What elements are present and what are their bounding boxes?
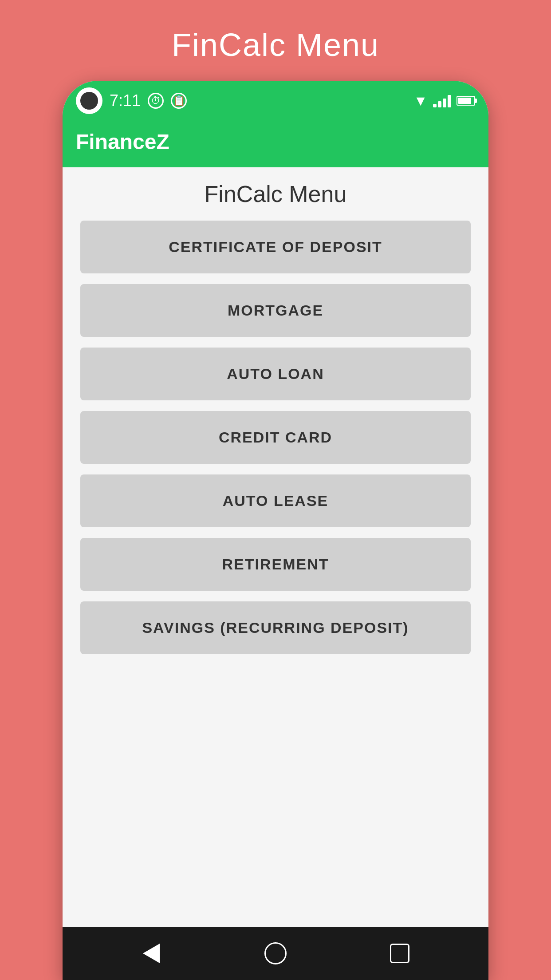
status-time: 7:11 (110, 91, 141, 110)
status-right: ▼ (413, 93, 475, 109)
battery-icon (457, 96, 475, 106)
mortgage-button[interactable]: MORTGAGE (80, 284, 471, 337)
home-button[interactable] (262, 940, 289, 967)
calendar-icon: 📋 (171, 93, 187, 109)
home-icon (264, 942, 287, 964)
certificate-of-deposit-button[interactable]: CERTIFICATE OF DEPOSIT (80, 221, 471, 273)
phone-frame: 7:11 ⏱ 📋 ▼ FinanceZ (63, 81, 488, 980)
recents-icon (390, 944, 409, 963)
auto-loan-button[interactable]: AUTO LOAN (80, 348, 471, 400)
auto-lease-button[interactable]: AUTO LEASE (80, 474, 471, 527)
app-bar: FinanceZ (63, 121, 488, 167)
page-title: FinCalc Menu (172, 27, 379, 63)
clock-icon: ⏱ (148, 93, 164, 109)
nav-bar (63, 927, 488, 980)
content-area: FinCalc Menu CERTIFICATE OF DEPOSIT MORT… (63, 167, 488, 927)
status-left: 7:11 ⏱ 📋 (76, 87, 187, 114)
credit-card-button[interactable]: CREDIT CARD (80, 411, 471, 464)
recents-button[interactable] (386, 940, 413, 967)
retirement-button[interactable]: RETIREMENT (80, 538, 471, 591)
content-heading: FinCalc Menu (205, 181, 347, 207)
avatar (76, 87, 102, 114)
back-icon (143, 944, 160, 963)
back-button[interactable] (138, 940, 165, 967)
avatar-inner (80, 92, 98, 110)
savings-recurring-deposit-button[interactable]: SAVINGS (RECURRING DEPOSIT) (80, 601, 471, 654)
wifi-icon: ▼ (413, 93, 428, 109)
status-bar: 7:11 ⏱ 📋 ▼ (63, 81, 488, 121)
app-bar-title: FinanceZ (76, 130, 169, 154)
signal-icon (433, 94, 451, 107)
